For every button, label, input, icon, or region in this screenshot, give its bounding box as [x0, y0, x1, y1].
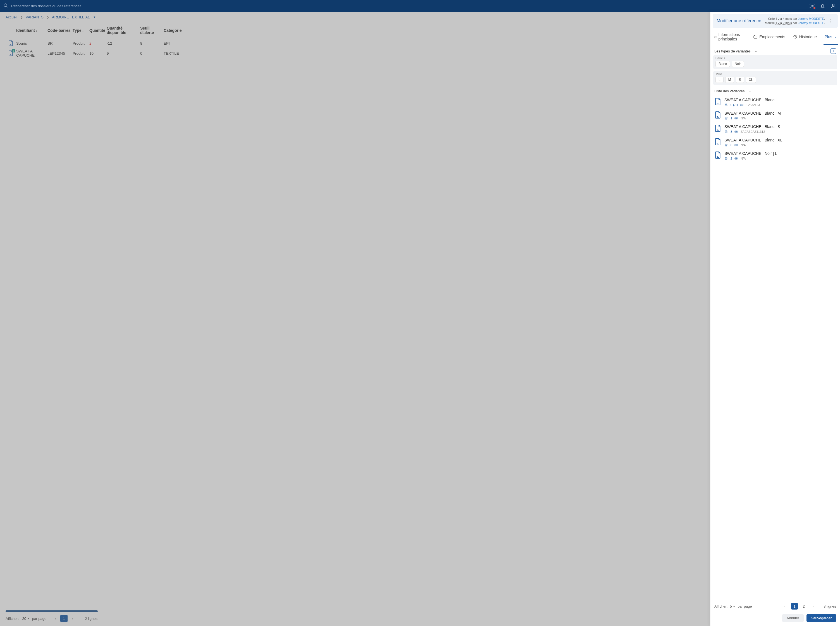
variant-item[interactable]: SWEAT A CAPUCHE | Noir | L2N/A — [713, 149, 837, 162]
variant-qty: 0 (-1) — [730, 103, 738, 106]
add-variant-type-button[interactable]: ＋ — [831, 48, 836, 54]
chip-color[interactable]: Noir — [732, 61, 744, 67]
chevron-down-icon: ⌄ — [748, 89, 751, 93]
document-icon — [714, 111, 722, 119]
stack-icon — [724, 156, 728, 160]
barcode-icon — [740, 103, 744, 106]
barcode-icon — [735, 156, 738, 160]
panel-body: Les types de variantes ⌄ ＋ Couleur Blanc… — [710, 45, 840, 601]
created-by-user[interactable]: Jeremy MODESTE — [798, 17, 824, 20]
document-icon — [714, 98, 722, 105]
variant-item[interactable]: SWEAT A CAPUCHE | Blanc | S3ZAEAZEAZ1131… — [713, 122, 837, 136]
chevron-down-icon: ⌄ — [755, 49, 757, 53]
next-page-button[interactable]: › — [810, 603, 816, 610]
tab-history[interactable]: Historique — [792, 30, 818, 45]
tab-info[interactable]: Informations principales — [713, 30, 746, 45]
bell-icon[interactable] — [820, 3, 826, 9]
tab-more[interactable]: Plus⌄ — [824, 30, 838, 45]
total-lines: 8 lignes — [824, 604, 836, 609]
search-input[interactable] — [11, 4, 123, 8]
side-panel: Modifier une référence Créé il y a 4 moi… — [710, 12, 840, 626]
variant-group-size: Taille L M S XL — [713, 71, 837, 85]
svg-point-2 — [832, 4, 834, 6]
variant-barcode: N/A — [741, 117, 746, 120]
chip-size[interactable]: L — [716, 77, 724, 83]
panel-pagination: Afficher: 5 ▼ par page ‹ 1 2 › 8 lignes — [710, 601, 840, 611]
more-actions-icon[interactable]: ⋮ — [828, 18, 834, 24]
barcode-icon — [735, 130, 738, 133]
page-number[interactable]: 2 — [801, 604, 807, 609]
document-icon — [714, 151, 722, 159]
variant-name: SWEAT A CAPUCHE | Blanc | L — [724, 98, 836, 102]
cancel-button[interactable]: Annuler — [782, 614, 804, 622]
svg-point-0 — [4, 4, 7, 7]
search-wrapper — [3, 3, 809, 9]
chip-size[interactable]: XL — [746, 77, 756, 83]
top-icons — [809, 3, 836, 9]
topbar — [0, 0, 840, 12]
variant-list-header[interactable]: Liste des variantes ⌄ — [713, 88, 837, 94]
stack-icon — [724, 130, 728, 133]
panel-actions: Annuler Sauvegarder — [710, 611, 840, 626]
variant-name: SWEAT A CAPUCHE | Noir | L — [724, 151, 836, 156]
scan-dot — [813, 7, 815, 9]
variant-barcode: N/A — [741, 143, 746, 147]
main-content: Accueil ❯ VARIANTS ❯ ARMOIRE TEXTILE A1 … — [0, 12, 710, 626]
per-page-label: par page — [738, 604, 752, 609]
stack-icon — [724, 103, 728, 106]
variant-qty: 1 — [730, 117, 732, 120]
variant-group-color: Couleur Blanc Noir — [713, 55, 837, 69]
variant-item[interactable]: SWEAT A CAPUCHE | Blanc | XL0N/A — [713, 136, 837, 149]
variant-barcode: N/A — [741, 157, 746, 160]
page-number[interactable]: 1 — [791, 603, 798, 610]
modal-overlay — [0, 12, 710, 626]
variant-barcode: ZAEAZEAZ11312 — [741, 130, 765, 133]
variant-item[interactable]: SWEAT A CAPUCHE | Blanc | M1N/A — [713, 109, 837, 122]
barcode-scan-icon[interactable] — [809, 3, 815, 9]
page-size-select[interactable]: 5 ▼ — [730, 604, 735, 609]
variant-qty: 0 — [730, 143, 732, 147]
chip-color[interactable]: Blanc — [716, 61, 730, 67]
modified-by-user[interactable]: Jeremy MODESTE — [798, 21, 824, 25]
variant-item[interactable]: SWEAT A CAPUCHE | Blanc | L0 (-1)1233212… — [713, 95, 837, 109]
panel-header: Modifier une référence Créé il y a 4 moi… — [713, 14, 838, 28]
show-label: Afficher: — [714, 604, 727, 609]
chip-size[interactable]: S — [736, 77, 744, 83]
chip-size[interactable]: M — [725, 77, 734, 83]
save-button[interactable]: Sauvegarder — [807, 614, 836, 622]
group-label: Taille — [716, 72, 835, 76]
search-icon — [3, 3, 11, 9]
variant-qty: 2 — [730, 157, 732, 160]
panel-meta: Créé il y a 4 mois par Jeremy MODESTE. M… — [765, 17, 825, 25]
document-icon — [714, 124, 722, 132]
variant-name: SWEAT A CAPUCHE | Blanc | XL — [724, 138, 836, 142]
barcode-icon — [735, 143, 738, 147]
panel-tabs: Informations principales Emplacements Hi… — [710, 30, 840, 45]
barcode-icon — [735, 116, 738, 120]
variant-types-header[interactable]: Les types de variantes ⌄ ＋ — [713, 47, 837, 55]
variant-barcode: 12332123 — [746, 103, 760, 106]
user-icon[interactable] — [831, 3, 836, 9]
document-icon — [714, 138, 722, 146]
tab-locations[interactable]: Emplacements — [752, 30, 787, 45]
variant-qty: 3 — [730, 130, 732, 133]
variant-list: SWEAT A CAPUCHE | Blanc | L0 (-1)1233212… — [713, 95, 837, 162]
variant-name: SWEAT A CAPUCHE | Blanc | M — [724, 111, 836, 116]
svg-line-1 — [6, 6, 8, 7]
stack-icon — [724, 116, 728, 120]
stack-icon — [724, 143, 728, 147]
panel-title: Modifier une référence — [717, 19, 762, 23]
variant-name: SWEAT A CAPUCHE | Blanc | S — [724, 124, 836, 129]
prev-page-button[interactable]: ‹ — [782, 603, 788, 610]
group-label: Couleur — [716, 56, 835, 60]
